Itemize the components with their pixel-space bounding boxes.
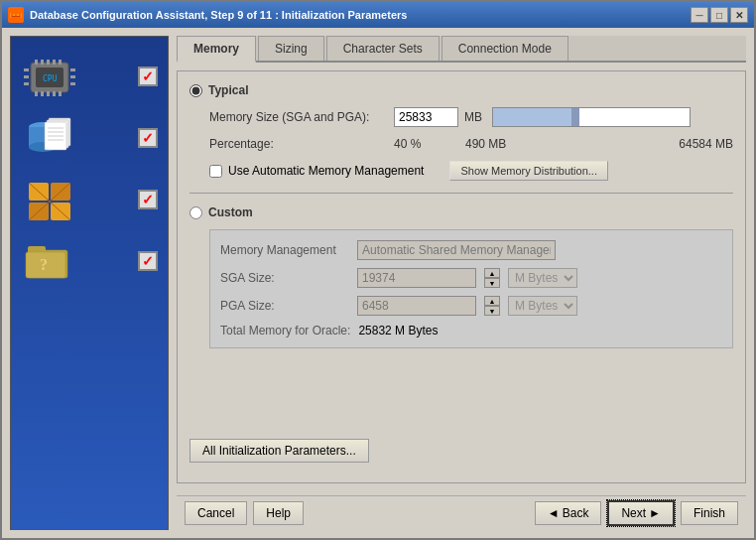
close-button[interactable]: ✕ [730,7,748,23]
sidebar: CPU [10,36,169,530]
svg-rect-0 [11,12,21,19]
sidebar-item: CPU [21,52,158,101]
minimize-button[interactable]: ─ [691,7,708,23]
total-memory-row: Total Memory for Oracle: 25832 M Bytes [220,324,722,338]
auto-memory-row: Use Automatic Memory Management Show Mem… [209,161,733,181]
typical-radio[interactable] [189,84,202,97]
sga-spin-buttons: ▲ ▼ [484,268,500,288]
pga-size-row: PGA Size: ▲ ▼ M Bytes [220,296,722,316]
memory-slider-track[interactable] [492,107,691,127]
main-content: CPU [2,28,754,538]
separator [189,193,733,194]
folder-question-icon: ? [21,236,80,286]
back-label: Back [563,506,589,520]
next-button[interactable]: Next ► [607,500,675,526]
percentage-row: Percentage: 40 % 490 MB 64584 MB [209,137,733,151]
max-memory: 64584 MB [679,137,733,151]
pga-unit-select: M Bytes [508,296,577,316]
svg-rect-10 [47,60,50,65]
custom-radio-group[interactable]: Custom [189,205,733,219]
total-memory-value: 25832 M Bytes [358,324,438,338]
svg-rect-21 [70,68,75,71]
bottom-left-buttons: Cancel Help [185,501,304,525]
title-buttons: ─ □ ✕ [691,7,748,23]
svg-rect-1 [10,13,11,18]
sga-spin-up[interactable]: ▲ [484,268,500,278]
tab-memory[interactable]: Memory [177,36,256,63]
sga-spin-down[interactable]: ▼ [484,278,500,288]
sidebar-checkbox-4[interactable] [138,251,158,271]
memory-slider-thumb[interactable] [571,108,579,126]
svg-rect-12 [59,60,62,65]
pga-spin-down[interactable]: ▼ [484,306,500,316]
sidebar-checkbox-3[interactable] [138,190,158,209]
svg-text:CPU: CPU [43,74,58,83]
sidebar-checkbox-2[interactable] [138,128,158,148]
all-params-button[interactable]: All Initialization Parameters... [189,439,369,463]
memory-size-row: Memory Size (SGA and PGA): MB [209,107,733,127]
svg-text:?: ? [40,256,48,273]
svg-rect-23 [70,82,75,85]
sidebar-checkbox-1[interactable] [138,67,158,86]
svg-rect-16 [53,91,56,96]
chip-icon: CPU [21,52,80,101]
svg-rect-3 [12,16,20,17]
min-memory: 490 MB [465,137,525,151]
show-distribution-button[interactable]: Show Memory Distribution... [449,161,608,181]
auto-memory-label: Use Automatic Memory Management [228,164,424,178]
bottom-right-buttons: ◄ Back Next ► Finish [535,500,738,526]
sga-size-row: SGA Size: ▲ ▼ M Bytes [220,268,722,288]
puzzle-icon [21,175,80,224]
all-params-area: All Initialization Parameters... [189,439,733,471]
svg-rect-13 [35,91,38,96]
svg-point-4 [13,14,15,16]
svg-rect-11 [53,60,56,65]
tab-sizing[interactable]: Sizing [258,36,324,61]
sga-size-label: SGA Size: [220,271,349,285]
memory-slider-fill [493,108,571,126]
auto-memory-checkbox[interactable] [209,165,222,178]
tab-bar: Memory Sizing Character Sets Connection … [177,36,746,63]
sidebar-item-2 [21,113,158,163]
right-panel: Memory Sizing Character Sets Connection … [177,36,746,530]
bottom-area: Cancel Help ◄ Back Next ► Finish [177,495,746,530]
sga-unit-select: M Bytes [508,268,577,288]
typical-radio-group[interactable]: Typical [189,83,733,97]
memory-management-input [357,240,556,260]
memory-size-input[interactable] [394,107,458,127]
svg-rect-8 [35,60,38,65]
sidebar-icons: CPU [21,47,158,286]
memory-management-label: Memory Management [220,243,349,257]
custom-section: Memory Management SGA Size: ▲ ▼ M Bytes [209,229,733,348]
svg-point-5 [17,14,19,16]
maximize-button[interactable]: □ [710,7,728,23]
tab-connection-mode[interactable]: Connection Mode [441,36,568,61]
custom-label: Custom [208,205,253,219]
pga-spin-buttons: ▲ ▼ [484,296,500,316]
sidebar-item-4: ? [21,236,158,286]
sidebar-item-3 [21,175,158,224]
sga-size-input [357,268,476,288]
cancel-button[interactable]: Cancel [185,501,247,525]
svg-rect-18 [24,68,29,71]
documents-icon [21,113,80,163]
back-arrow-icon: ◄ [548,506,560,520]
window-title: Database Configuration Assistant, Step 9… [30,9,407,21]
custom-radio[interactable] [189,206,202,219]
next-arrow-icon: ► [649,506,661,520]
finish-button[interactable]: Finish [681,501,738,525]
main-window: Database Configuration Assistant, Step 9… [0,0,756,540]
tab-character-sets[interactable]: Character Sets [326,36,440,61]
total-memory-label: Total Memory for Oracle: [220,324,350,338]
memory-size-label: Memory Size (SGA and PGA): [209,110,388,124]
memory-unit-label: MB [464,110,482,124]
percentage-value: 40 % [394,137,434,151]
typical-label: Typical [208,83,248,97]
help-button[interactable]: Help [253,501,304,525]
svg-rect-17 [59,91,62,96]
back-button[interactable]: ◄ Back [535,501,602,525]
svg-rect-20 [24,82,29,85]
pga-spin-up[interactable]: ▲ [484,296,500,306]
pga-size-input [357,296,476,316]
svg-rect-2 [21,13,22,18]
